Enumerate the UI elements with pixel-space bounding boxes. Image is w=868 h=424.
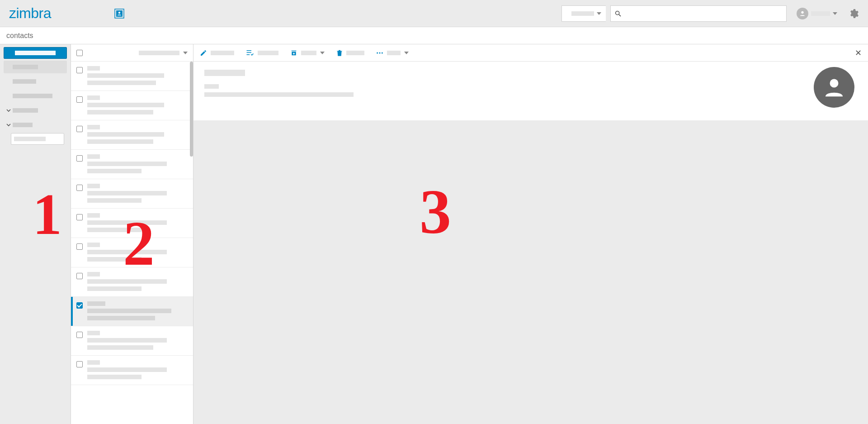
svg-point-5	[801, 11, 803, 13]
annotation-1: 1	[33, 185, 62, 243]
list-item[interactable]	[71, 356, 193, 385]
list-item-line1	[87, 95, 100, 100]
move-label	[301, 51, 316, 55]
delete-button[interactable]	[336, 49, 364, 57]
list-item-line1	[87, 301, 105, 306]
list-item-body	[87, 184, 187, 203]
list-item-line2	[87, 338, 167, 343]
search-scope-select[interactable]	[561, 5, 606, 22]
svg-rect-7	[247, 52, 252, 53]
sidebar-tag-input[interactable]	[11, 133, 64, 145]
list-item-line2	[87, 73, 164, 78]
list-item-checkbox[interactable]	[76, 67, 83, 73]
list-item-checkbox[interactable]	[76, 302, 83, 309]
list-item-body	[87, 301, 187, 320]
list-item-body	[87, 66, 187, 85]
list-item-body	[87, 95, 187, 114]
list-item-checkbox[interactable]	[76, 273, 83, 279]
list-sort-select[interactable]	[139, 51, 188, 55]
list-item-line3	[87, 110, 153, 114]
sidebar-item-label	[13, 65, 38, 69]
contacts-app-icon[interactable]	[114, 9, 124, 19]
list-item-checkbox[interactable]	[76, 185, 83, 191]
list-header	[71, 44, 193, 62]
user-menu[interactable]	[797, 8, 837, 19]
breadcrumb-bar: contacts	[0, 27, 868, 44]
select-all-checkbox[interactable]	[76, 50, 83, 56]
list-item-line2	[87, 250, 167, 254]
contact-avatar	[814, 67, 854, 108]
list-item[interactable]	[71, 91, 193, 120]
contact-detail-panel: ✕ 3	[193, 44, 868, 424]
contact-name	[204, 70, 245, 76]
archive-icon	[290, 49, 297, 57]
sidebar-item[interactable]	[4, 75, 67, 88]
list-item-line3	[87, 198, 142, 203]
list-item-line3	[87, 257, 142, 262]
breadcrumb: contacts	[6, 32, 33, 40]
list-item[interactable]	[71, 62, 193, 91]
list-item-checkbox[interactable]	[76, 243, 83, 250]
edit-button[interactable]	[200, 49, 234, 57]
svg-point-12	[830, 79, 839, 88]
sidebar-item[interactable]	[4, 119, 67, 131]
list-item-line2	[87, 367, 167, 372]
main-area: 1 2	[0, 44, 868, 424]
contact-toolbar: ✕	[193, 44, 868, 62]
sidebar-item[interactable]	[4, 104, 67, 117]
svg-point-10	[379, 52, 380, 53]
list-item[interactable]	[71, 150, 193, 179]
list-check-icon	[246, 49, 254, 57]
search-input[interactable]	[624, 6, 783, 21]
list-item-line3	[87, 286, 142, 291]
list-item-line2	[87, 132, 164, 137]
more-actions-button[interactable]	[376, 51, 409, 55]
list-item-checkbox[interactable]	[76, 361, 83, 367]
list-item-line2	[87, 191, 167, 195]
list-scroll-area[interactable]	[71, 62, 193, 424]
trash-icon	[336, 49, 343, 57]
list-item-body	[87, 272, 187, 291]
list-item[interactable]	[71, 120, 193, 150]
list-sort-label	[139, 51, 179, 55]
contact-card	[193, 62, 868, 120]
new-contact-button[interactable]	[4, 47, 67, 59]
chevron-down-icon	[6, 121, 11, 129]
svg-rect-8	[247, 54, 250, 55]
app-logo[interactable]: zimbra	[9, 5, 51, 22]
search-box	[610, 5, 787, 22]
list-item-line2	[87, 103, 164, 107]
list-item-line2	[87, 309, 171, 313]
settings-gear-icon[interactable]	[848, 8, 859, 19]
move-button[interactable]	[290, 49, 325, 57]
list-item-checkbox[interactable]	[76, 155, 83, 162]
list-item[interactable]	[71, 297, 193, 326]
list-item-checkbox[interactable]	[76, 126, 83, 132]
svg-point-2	[118, 11, 120, 13]
chevron-down-icon	[6, 107, 11, 114]
svg-rect-6	[247, 50, 252, 51]
list-item-body	[87, 360, 187, 379]
close-panel-button[interactable]: ✕	[855, 49, 862, 57]
list-item-line3	[87, 316, 155, 320]
top-header: zimbra	[0, 0, 868, 27]
contact-field-value	[204, 92, 354, 97]
assign-list-button[interactable]	[246, 49, 278, 57]
list-item[interactable]	[71, 238, 193, 267]
list-item-line1	[87, 125, 100, 129]
list-item-checkbox[interactable]	[76, 214, 83, 220]
search-scope-label	[571, 11, 594, 16]
list-item[interactable]	[71, 209, 193, 238]
list-item-line3	[87, 345, 153, 350]
sidebar-item[interactable]	[4, 61, 67, 73]
assign-label	[258, 51, 278, 55]
list-item[interactable]	[71, 267, 193, 297]
sidebar-item[interactable]	[4, 90, 67, 102]
list-item-checkbox[interactable]	[76, 96, 83, 103]
svg-point-11	[382, 52, 383, 53]
list-item-checkbox[interactable]	[76, 332, 83, 338]
list-item-line1	[87, 184, 100, 188]
list-item[interactable]	[71, 326, 193, 356]
list-item-body	[87, 243, 187, 262]
list-item[interactable]	[71, 179, 193, 209]
